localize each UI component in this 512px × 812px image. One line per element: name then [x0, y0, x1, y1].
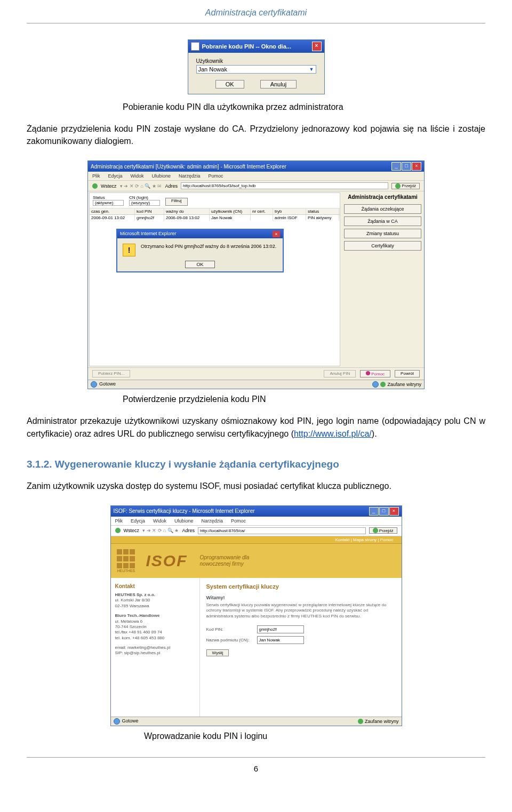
ie-toolbar: Wstecz ▾ ➔ ✕ ⟳ ⌂ 🔍 ★ ✉ Adres http://loca… — [88, 181, 424, 191]
fig2-caption: Potwierdzenie przydzielenia kodu PIN — [123, 395, 485, 404]
brand-sub: HEUTHES — [116, 569, 137, 573]
back-icon[interactable] — [115, 528, 121, 533]
description-text: Serwis certyfikacji kluczy pozwala wygen… — [206, 602, 395, 619]
help-icon — [366, 371, 370, 375]
alert-ok-button[interactable]: OK — [185, 261, 214, 268]
zone-icon — [372, 381, 379, 388]
address-bar[interactable]: http://localhost:8765/ca/ — [198, 527, 366, 534]
menu-pomoc[interactable]: Pomoc — [209, 173, 223, 179]
paragraph-2: Administrator przekazuje użytkownikowi u… — [27, 415, 485, 439]
cn-select[interactable]: (wszyscy) — [129, 200, 160, 206]
side-title: Administracja certyfikatami — [344, 194, 421, 200]
go-button[interactable]: Przejdź — [391, 183, 420, 189]
admin-side-pane: Administracja certyfikatami Żądania ocze… — [341, 191, 424, 367]
header-title: Administracja certyfikatami — [205, 8, 307, 17]
btn-zadania-oczekujace[interactable]: Żądania oczekujące — [344, 204, 421, 214]
menu-ulubione[interactable]: Ulubione — [152, 173, 171, 179]
ie-menubar: Plik Edycja Widok Ulubione Narzędzia Pom… — [88, 172, 424, 181]
menu-ulubione[interactable]: Ulubione — [174, 518, 194, 524]
btn-certyfikaty[interactable]: Certyfikaty — [344, 241, 421, 251]
menu-narzedzia[interactable]: Narzędzia — [202, 518, 223, 524]
main-heading: System certyfikacji kluczy — [206, 583, 395, 590]
minimize-icon[interactable]: _ — [369, 507, 379, 516]
paragraph-1: Żądanie przydzielenia kodu PIN zostaje w… — [27, 123, 485, 147]
globe-icon — [91, 381, 97, 388]
user-label: Użytkownik — [196, 58, 316, 64]
pin-table: czas gen. kod PIN ważny do użytkownik (C… — [90, 208, 340, 221]
th-tryb: tryb — [273, 208, 306, 214]
menu-widok[interactable]: Widok — [153, 518, 166, 524]
address-bar[interactable]: http://localhost:8765/isof3/isof_top.hdb — [181, 182, 388, 189]
minimize-icon[interactable]: _ — [391, 162, 401, 171]
isof-banner: HEUTHES ISOF Oprogramowanie dla nowoczes… — [111, 544, 402, 578]
go-icon — [373, 528, 378, 533]
ok-button[interactable]: OK — [215, 80, 244, 89]
ie-toolbar: Wstecz ▾ ➔ ✕ ⟳ ⌂ 🔍 ★ Adres http://localh… — [111, 526, 402, 536]
ie-statusbar: Gotowe Zaufane witryny — [111, 717, 402, 726]
zone-text: Zaufane witryny — [365, 719, 399, 724]
paragraph-3: Zanim użytkownik uzyska dostęp do system… — [27, 480, 485, 492]
isof-main: System certyfikacji kluczy Witamy! Serwi… — [200, 578, 402, 717]
table-row[interactable]: 2006-09-01 13:02 gmnjho2f 2006-09-08 13:… — [90, 215, 340, 221]
th-wazny: ważny do — [164, 208, 210, 214]
cn-label: Nazwa podmiotu (CN): — [206, 638, 257, 642]
ie-isof-window: ISOF: Serwis certyfikacji kluczy - Micro… — [110, 505, 402, 726]
dialog-title-text: Pobranie kodu PIN -- Okno dia... — [202, 43, 291, 50]
menu-pomoc[interactable]: Pomoc — [231, 518, 246, 524]
pin-input[interactable]: gmnjho2f — [257, 625, 304, 633]
btn-zmiany-statusu[interactable]: Zmiany statusu — [344, 229, 421, 238]
close-icon[interactable]: × — [412, 162, 421, 171]
pomoc-button[interactable]: Pomoc — [360, 370, 390, 377]
close-icon[interactable]: × — [273, 231, 280, 237]
filter-button[interactable]: Filtruj — [165, 198, 188, 206]
cn-input[interactable]: Jan Nowak — [257, 636, 304, 644]
user-value: Jan Nowak — [198, 66, 227, 73]
go-icon — [395, 183, 401, 189]
close-icon[interactable]: × — [312, 42, 322, 51]
fig1-caption: Pobieranie kodu PIN dla użytkownika prze… — [123, 102, 485, 112]
admin-main-pane: Status (aktywne) CN (login) (wszyscy) Fi… — [89, 192, 340, 366]
back-label[interactable]: Wstecz — [124, 528, 140, 533]
cancel-button[interactable]: Anuluj — [260, 80, 297, 89]
menu-plik[interactable]: Plik — [92, 173, 100, 179]
ie-admin-window: Administracja certyfikatami [Użytkownik:… — [87, 160, 425, 389]
back-icon[interactable] — [92, 183, 98, 189]
addr-label: Adres — [165, 183, 178, 189]
menu-edycja[interactable]: Edycja — [131, 518, 145, 524]
ie-titlebar: ISOF: Serwis certyfikacji kluczy - Micro… — [111, 506, 402, 517]
ie-title-text: Administracja certyfikatami [Użytkownik:… — [91, 164, 286, 170]
pin-label: Kod PIN: — [206, 627, 257, 632]
maximize-icon[interactable]: □ — [379, 507, 389, 516]
menu-narzedzia[interactable]: Narzędzia — [179, 173, 201, 179]
back-label[interactable]: Wstecz — [101, 183, 117, 189]
trusted-icon — [380, 382, 386, 387]
alert-title: Microsoft Internet Explorer — [120, 231, 177, 237]
url-link[interactable]: http://www.isof.pl/ca/ — [294, 429, 372, 438]
dialog-pobranie-pin: Pobranie kodu PIN -- Okno dia... × Użytk… — [188, 39, 325, 94]
menu-edycja[interactable]: Edycja — [108, 173, 123, 179]
ie-statusbar: Gotowe Zaufane witryny — [88, 380, 424, 389]
menu-widok[interactable]: Widok — [131, 173, 144, 179]
user-select[interactable]: Jan Nowak ▼ — [196, 65, 316, 74]
th-status: status — [306, 208, 339, 214]
addr-label: Adres — [182, 528, 195, 533]
send-button[interactable]: Wyślij — [206, 649, 229, 656]
welcome-text: Witamy! — [206, 595, 395, 600]
isof-topnav[interactable]: Kontakt | Mapa strony | Pomoc — [111, 536, 402, 544]
go-button[interactable]: Przejdź — [369, 527, 397, 534]
powrot-button[interactable]: Powrót — [395, 370, 420, 377]
globe-icon — [114, 718, 120, 725]
close-icon[interactable]: × — [389, 507, 399, 516]
heading-3-1-2: 3.1.2. Wygenerowanie kluczy i wysłanie ż… — [27, 459, 485, 470]
btn-zadania-ca[interactable]: Żądania w CA — [344, 216, 421, 226]
isof-sidebar: Kontakt HEUTHES Sp. z o.o. ul. Koński Ja… — [111, 578, 200, 717]
menu-plik[interactable]: Plik — [115, 518, 123, 524]
anuluj-pin-button[interactable]: Anuluj PIN — [324, 370, 356, 377]
th-nr: nr cert. — [251, 208, 273, 214]
ie-titlebar: Administracja certyfikatami [Użytkownik:… — [88, 161, 424, 172]
pobierz-pin-button[interactable]: Pobierz PIN... — [92, 370, 130, 377]
status-select[interactable]: (aktywne) — [93, 200, 124, 206]
page-header: Administracja certyfikatami — [27, 0, 485, 23]
maximize-icon[interactable]: □ — [402, 162, 411, 171]
th-pin: kod PIN — [135, 208, 164, 214]
